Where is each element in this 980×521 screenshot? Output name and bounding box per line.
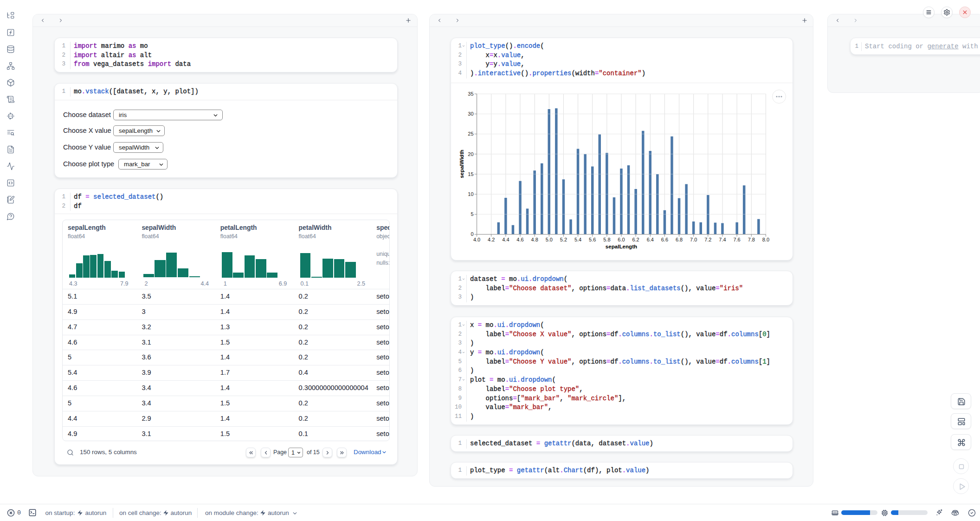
svg-text:15: 15 — [468, 171, 473, 177]
svg-text:6.8: 6.8 — [676, 237, 683, 242]
svg-text:7.4: 7.4 — [719, 237, 726, 242]
svg-text:8.0: 8.0 — [762, 237, 769, 242]
svg-text:5.2: 5.2 — [560, 237, 567, 242]
svg-text:6.6: 6.6 — [661, 237, 668, 242]
svg-text:10: 10 — [468, 191, 473, 197]
svg-text:4.4: 4.4 — [502, 237, 509, 242]
svg-text:25: 25 — [468, 131, 473, 137]
svg-text:6.4: 6.4 — [647, 237, 654, 242]
svg-text:5: 5 — [471, 211, 473, 217]
svg-text:5.4: 5.4 — [574, 237, 581, 242]
svg-text:5.0: 5.0 — [546, 237, 553, 242]
svg-text:6.0: 6.0 — [618, 237, 625, 242]
svg-text:sepalLength: sepalLength — [606, 243, 637, 249]
svg-text:4.6: 4.6 — [516, 237, 523, 242]
svg-text:7.2: 7.2 — [704, 237, 711, 242]
svg-text:0: 0 — [471, 231, 473, 237]
svg-text:6.2: 6.2 — [632, 237, 639, 242]
svg-text:7.6: 7.6 — [733, 237, 740, 242]
svg-text:7.0: 7.0 — [690, 237, 697, 242]
svg-text:4.2: 4.2 — [488, 237, 495, 242]
svg-text:4.0: 4.0 — [473, 237, 480, 242]
svg-text:20: 20 — [468, 151, 473, 157]
svg-text:4.8: 4.8 — [531, 237, 538, 242]
svg-text:30: 30 — [468, 111, 473, 117]
svg-text:35: 35 — [468, 91, 473, 97]
svg-text:7.8: 7.8 — [748, 237, 755, 242]
svg-text:5.6: 5.6 — [589, 237, 596, 242]
svg-text:sepalWidth: sepalWidth — [458, 150, 464, 178]
svg-text:5.8: 5.8 — [603, 237, 610, 242]
